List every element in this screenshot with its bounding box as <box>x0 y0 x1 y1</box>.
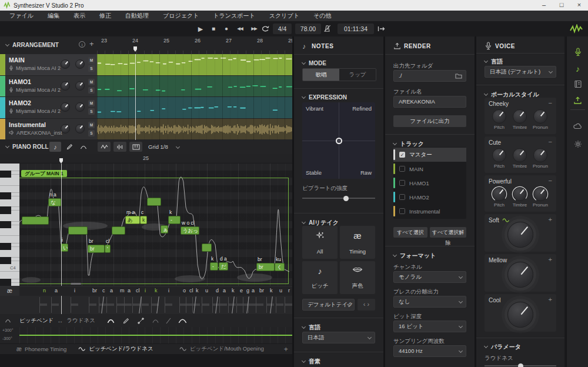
loop-icon[interactable] <box>261 21 272 36</box>
small-arch-tool-icon[interactable] <box>152 318 159 323</box>
parameter-section[interactable]: パラメータ <box>485 343 521 351</box>
style-knob-pronun[interactable]: Pronun <box>532 187 549 208</box>
goto-end-icon[interactable] <box>377 21 388 36</box>
close-button[interactable]: × <box>570 0 588 11</box>
style-knob-pitch[interactable]: Pitch <box>490 148 508 169</box>
volume-knob[interactable] <box>61 124 70 134</box>
take-nav-buttons[interactable]: ‹ › <box>358 299 375 311</box>
render-track-row[interactable]: Instrumental <box>393 204 466 218</box>
style-big-knob[interactable] <box>507 262 533 288</box>
mute-button[interactable]: M <box>88 79 95 85</box>
style-knob-pronun[interactable]: Pronun <box>532 148 549 169</box>
mode-section[interactable]: MODE <box>302 60 326 66</box>
filename-input[interactable]: AREKAKONIA <box>393 96 466 108</box>
menu-item-1[interactable]: 編集 <box>41 11 66 21</box>
ai-retake-all[interactable]: All <box>302 226 338 259</box>
param-tab-1[interactable]: ピッチベンド/ラウドネス <box>72 344 159 355</box>
output-folder-input[interactable]: ./ <box>393 70 466 82</box>
note[interactable] <box>112 226 125 235</box>
black-key[interactable] <box>0 279 11 286</box>
group-label[interactable]: グループ MAIN 1 <box>21 170 67 177</box>
add-style-button[interactable]: + <box>549 296 552 303</box>
cloud-icon[interactable] <box>573 121 583 131</box>
note[interactable]: br <box>88 245 105 253</box>
notes-language-dropdown[interactable]: 日本語 <box>302 332 375 343</box>
deselect-all-button[interactable]: すべて選択解除 <box>430 227 466 238</box>
phoneme[interactable]: u <box>279 288 282 293</box>
curve-tool-icon[interactable] <box>78 142 89 152</box>
note-tool-icon[interactable]: ♪ <box>49 142 61 152</box>
arrangement-title[interactable]: ARRANGEMENT <box>6 42 59 48</box>
phoneme[interactable]: e <box>240 288 243 293</box>
time-signature[interactable]: 4/4 <box>273 24 292 34</box>
style-big-knob[interactable] <box>507 222 533 248</box>
pitchbend-label[interactable]: ピッチベンド <box>19 317 54 325</box>
arrangement-playhead[interactable] <box>135 54 136 140</box>
piano-roll-ruler[interactable]: 25 <box>0 154 292 164</box>
mode-option-0[interactable]: 歌唱 <box>303 69 339 81</box>
menu-item-6[interactable]: トランスポート <box>206 11 262 21</box>
waveform-view-icon[interactable] <box>113 142 126 152</box>
ai-retake-timing[interactable]: æTiming <box>340 226 375 259</box>
phoneme[interactable]: u <box>205 288 208 293</box>
export-file-button[interactable]: ファイルに出力 <box>393 115 466 127</box>
black-key[interactable] <box>0 206 11 213</box>
pan-knob[interactable] <box>75 102 85 112</box>
note[interactable]: k <box>140 216 147 224</box>
track-clip[interactable] <box>97 76 292 97</box>
note[interactable] <box>22 216 49 225</box>
menu-item-0[interactable]: ファイル <box>2 11 41 21</box>
volume-knob[interactable] <box>61 59 70 69</box>
mute-button[interactable]: M <box>88 57 95 64</box>
piano-roll-area[interactable]: n aなiいbrbrcl'm aあckぁk-w o clうおっk-d aだbrb… <box>0 164 292 286</box>
metronome-off-icon[interactable] <box>323 21 334 36</box>
format-dropdown-3[interactable]: 44100 Hz <box>393 345 466 357</box>
volume-knob[interactable] <box>61 102 70 112</box>
add-style-button[interactable]: + <box>549 216 552 223</box>
track-header[interactable]: MAINMiyamai Moca AI 2MS <box>0 54 97 75</box>
menu-item-7[interactable]: スクリプト <box>262 11 306 21</box>
note[interactable]: - <box>210 262 218 271</box>
phoneme-section[interactable]: 音素 <box>302 358 320 366</box>
phoneme[interactable]: br <box>259 288 264 293</box>
black-key[interactable] <box>0 171 11 178</box>
note[interactable]: br <box>256 263 275 271</box>
style-knob-pitch[interactable]: Pitch <box>490 109 508 130</box>
pencil-param-icon[interactable] <box>123 318 129 324</box>
maximize-button[interactable]: □ <box>553 0 570 11</box>
phoneme[interactable]: k <box>196 288 199 293</box>
phoneme-timing-strip[interactable] <box>0 296 292 314</box>
h-scrollbar[interactable] <box>71 283 81 285</box>
voice-language-dropdown[interactable]: 日本語 (デフォルト) <box>485 66 556 78</box>
phoneme[interactable]: a <box>128 288 131 293</box>
take-dropdown[interactable]: デフォルトテイク <box>302 299 355 311</box>
vocal-style-cool[interactable]: Cool+ <box>485 294 556 332</box>
track-clip[interactable] <box>97 54 292 75</box>
format-dropdown-1[interactable]: なし <box>393 296 466 308</box>
phoneme[interactable]: i <box>74 288 75 293</box>
black-key[interactable] <box>0 221 11 228</box>
vocal-style-cheeky[interactable]: Cheeky−PitchTimbrePronun <box>485 98 556 134</box>
style-knob-pronun[interactable]: Pronun <box>532 109 549 130</box>
note[interactable]: ' <box>105 245 111 253</box>
phoneme[interactable]: i <box>145 288 146 293</box>
note[interactable] <box>147 198 161 206</box>
phoneme[interactable]: a <box>110 288 113 293</box>
collapse-style-button[interactable]: − <box>549 138 552 145</box>
mute-button[interactable]: M <box>88 122 95 128</box>
phoneme[interactable]: i <box>168 288 169 293</box>
collapse-style-button[interactable]: − <box>549 99 552 106</box>
menu-item-8[interactable]: その他 <box>306 11 338 21</box>
note[interactable]: く <box>275 263 285 271</box>
phoneme[interactable]: a <box>55 288 58 293</box>
phoneme[interactable]: n <box>43 288 46 293</box>
add-param-tab[interactable]: + <box>278 344 294 355</box>
pitchbend-lane[interactable]: +300° -300° <box>0 327 292 343</box>
note[interactable]: だ <box>219 262 228 271</box>
phoneme[interactable]: cl <box>189 288 193 293</box>
rewind-button[interactable]: ◀◀ <box>233 21 247 36</box>
loudness-label[interactable]: ラウドネス <box>66 317 95 325</box>
select-all-button[interactable]: すべて選択 <box>393 227 427 238</box>
info-icon[interactable]: i <box>79 41 85 48</box>
ai-retake-timbre[interactable]: 声色 <box>340 261 375 294</box>
